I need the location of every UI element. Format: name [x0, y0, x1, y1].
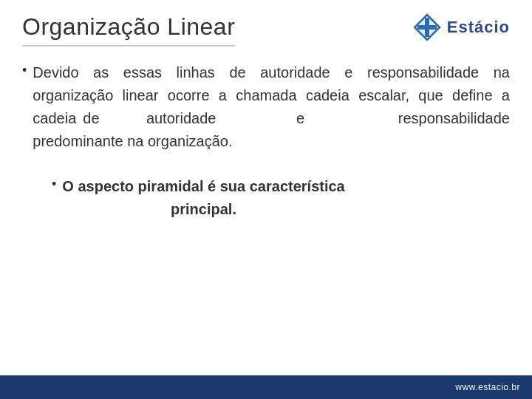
footer-bar: www.estacio.br [0, 375, 532, 399]
logo-text: Estácio [447, 18, 510, 37]
title-block: Organização Linear [22, 13, 235, 47]
svg-rect-2 [417, 25, 437, 30]
bullet-item-2: • O aspecto piramidal é sua característi… [22, 175, 510, 221]
bullet-text-2: O aspecto piramidal é sua característica… [62, 175, 344, 221]
bullet-dot-1: • [22, 63, 27, 78]
bullet-item-1: • Devido as essas linhas de autoridade e… [22, 61, 510, 153]
content-area: • Devido as essas linhas de autoridade e… [0, 47, 532, 375]
header-area: Organização Linear Estácio [0, 0, 532, 47]
bullet-dot-2: • [52, 177, 56, 192]
footer-url: www.estacio.br [455, 382, 520, 392]
slide-title: Organização Linear [22, 13, 235, 41]
estacio-logo-icon [413, 13, 441, 41]
slide-container: Organização Linear Estácio • Devido as e… [0, 0, 532, 399]
logo-area: Estácio [413, 13, 510, 41]
bullet-text-1: Devido as essas linhas de autoridade e r… [33, 61, 510, 153]
